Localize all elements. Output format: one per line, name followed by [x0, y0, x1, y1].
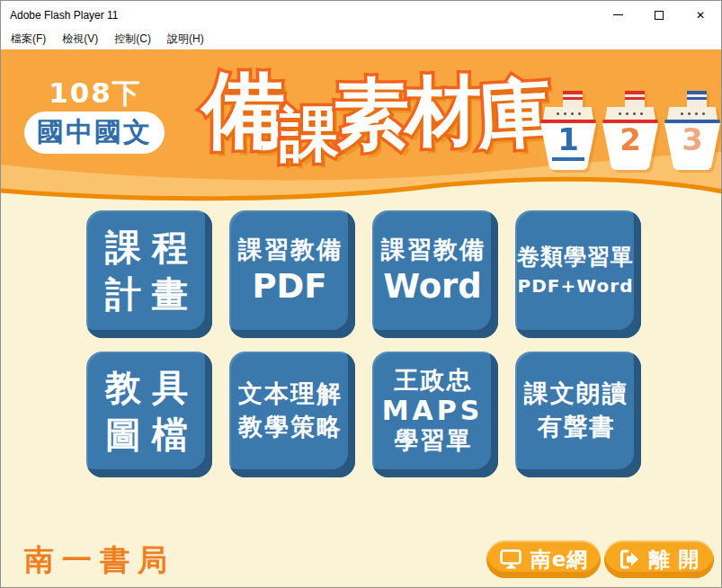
monitor-icon [499, 548, 523, 571]
boat-deck-icon [667, 107, 718, 120]
publisher-logo: 南一書局 [24, 540, 175, 581]
app-title: 備 課 素 材 庫 [202, 49, 551, 175]
exit-icon [618, 548, 641, 570]
tile-line: 計畫 [105, 271, 199, 317]
tile-line: MAPS [382, 395, 484, 426]
volume-number: 1 [552, 123, 584, 161]
tile-teaching-aids[interactable]: 教具 圖檔 [86, 352, 212, 477]
tile-line: 學習單 [395, 426, 473, 455]
tile-kexi-jiaobei-pdf[interactable]: 課習教備 PDF [229, 210, 355, 338]
minimize-button[interactable] [597, 1, 638, 29]
title-char: 備 [202, 55, 285, 166]
subject-label: 國中國文 [37, 114, 152, 151]
volume-number: 2 [614, 123, 646, 156]
volume-boat-1[interactable]: 1 [540, 91, 596, 170]
tile-line: 課習教備 [238, 234, 343, 266]
exit-button[interactable]: 離 開 [604, 540, 714, 578]
volume-boat-2[interactable]: 2 [602, 91, 658, 170]
tile-maps-worksheets[interactable]: 王政忠 MAPS 學習單 [372, 352, 498, 477]
tile-line: 圖檔 [105, 411, 199, 458]
tile-kexi-jiaobei-word[interactable]: 課習教備 Word [372, 210, 498, 338]
volume-number: 3 [676, 123, 709, 156]
close-icon: ✕ [696, 10, 705, 21]
tile-line: 王政忠 [395, 366, 473, 395]
menu-control[interactable]: 控制(C) [106, 29, 159, 49]
title-char: 課 [280, 94, 339, 175]
boat-hull: 3 [664, 123, 720, 170]
tile-line: PDF [252, 267, 326, 307]
tile-line: 課文朗讀 [524, 378, 628, 410]
semester-label: 108下 [37, 75, 154, 112]
boat-hull: 2 [602, 123, 658, 170]
tile-line: 課程 [105, 224, 199, 271]
boat-stripe [602, 120, 658, 123]
flash-stage: 108下 國中國文 備 課 素 材 庫 1 [1, 49, 722, 588]
title-char: 素 [334, 64, 409, 166]
menu-help[interactable]: 說明(H) [159, 29, 212, 49]
boat-funnel-icon [625, 91, 645, 107]
tile-line: 文本理解 [238, 378, 343, 410]
tile-text-comprehension[interactable]: 文本理解 教學策略 [229, 352, 355, 477]
window-controls: ✕ [597, 1, 721, 29]
minimize-icon [613, 14, 623, 15]
boat-deck-icon [543, 107, 593, 120]
boat-deck-icon [605, 107, 655, 120]
tile-line: PDF+Word [518, 272, 634, 299]
nan-e-web-label: 南e網 [530, 546, 589, 574]
nan-e-web-button[interactable]: 南e網 [486, 540, 601, 578]
window-title: Adobe Flash Player 11 [10, 9, 119, 22]
title-char: 材 [406, 60, 481, 163]
tile-line: 教具 [105, 364, 199, 411]
tile-line: Word [383, 267, 482, 307]
flash-player-window: Adobe Flash Player 11 ✕ 檔案(F) 檢視(V) 控制(C… [0, 0, 722, 588]
material-grid: 課程 計畫 課習教備 PDF 課習教備 Word 卷類學習單 PDF+Word … [86, 210, 641, 477]
volume-selector: 1 2 3 [540, 91, 720, 170]
tile-course-plan[interactable]: 課程 計畫 [86, 210, 212, 338]
tile-audio-books[interactable]: 課文朗讀 有聲書 [515, 352, 641, 477]
tile-line: 教學策略 [238, 411, 343, 443]
tile-line: 卷類學習單 [517, 241, 634, 272]
boat-stripe [540, 120, 596, 123]
boat-funnel-icon [563, 91, 583, 107]
maximize-icon [655, 11, 664, 20]
menu-bar: 檔案(F) 檢視(V) 控制(C) 說明(H) [1, 29, 721, 49]
volume-boat-3[interactable]: 3 [664, 91, 720, 170]
menu-view[interactable]: 檢視(V) [54, 29, 106, 49]
title-bar: Adobe Flash Player 11 ✕ [1, 1, 721, 29]
maximize-button[interactable] [638, 1, 680, 29]
subject-pill: 國中國文 [24, 111, 165, 154]
tile-exam-worksheets[interactable]: 卷類學習單 PDF+Word [515, 210, 641, 338]
close-button[interactable]: ✕ [680, 1, 721, 29]
boat-hull: 1 [540, 123, 596, 170]
tile-line: 有聲書 [538, 411, 616, 443]
exit-label: 離 開 [648, 546, 700, 574]
boat-funnel-icon [687, 91, 707, 107]
boat-stripe [664, 120, 720, 123]
menu-file[interactable]: 檔案(F) [3, 29, 54, 49]
tile-line: 課習教備 [381, 234, 486, 266]
